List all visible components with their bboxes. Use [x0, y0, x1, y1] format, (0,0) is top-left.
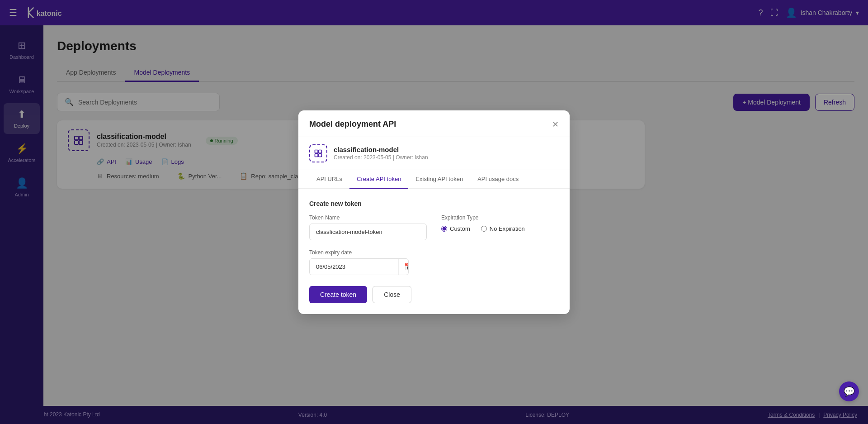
modal-model-details: classification-model Created on: 2023-05…	[334, 146, 428, 161]
radio-custom[interactable]: Custom	[441, 225, 470, 232]
svg-rect-5	[315, 150, 318, 153]
chat-widget[interactable]: 💬	[839, 381, 859, 401]
modal-section-title: Create new token	[309, 200, 559, 207]
modal: Model deployment API ✕ classification-mo…	[298, 110, 570, 314]
modal-model-info: classification-model Created on: 2023-05…	[298, 137, 570, 170]
modal-tab-existing-api-token[interactable]: Existing API token	[408, 170, 470, 189]
modal-tab-api-urls[interactable]: API URLs	[309, 170, 349, 189]
expiration-type-group: Expiration Type Custom No Expiration	[441, 214, 559, 240]
date-input-wrap: 📅	[309, 258, 409, 275]
modal-model-icon	[309, 144, 327, 162]
modal-body: Create new token Token Name Expiration T…	[298, 189, 570, 286]
expiration-radio-group: Custom No Expiration	[441, 225, 559, 232]
token-name-label: Token Name	[309, 214, 427, 221]
modal-footer: Create token Close	[298, 286, 570, 314]
token-expiry-input[interactable]	[310, 259, 398, 275]
token-form-row: Token Name Expiration Type Custom No Exp…	[309, 214, 559, 240]
token-expiry-label: Token expiry date	[309, 249, 409, 256]
radio-custom-label: Custom	[450, 225, 470, 232]
radio-no-expiration-label: No Expiration	[490, 225, 525, 232]
token-name-input[interactable]	[309, 224, 427, 240]
expiration-type-label: Expiration Type	[441, 214, 559, 221]
modal-overlay: Model deployment API ✕ classification-mo…	[0, 0, 868, 424]
radio-no-expiration[interactable]: No Expiration	[481, 225, 525, 232]
calendar-button[interactable]: 📅	[398, 259, 409, 275]
modal-tab-create-api-token[interactable]: Create API token	[349, 170, 408, 189]
close-button[interactable]: Close	[373, 286, 411, 303]
modal-header: Model deployment API ✕	[298, 110, 570, 137]
svg-rect-6	[319, 150, 322, 153]
radio-custom-input[interactable]	[441, 226, 447, 232]
modal-tab-api-usage-docs[interactable]: API usage docs	[470, 170, 526, 189]
svg-rect-7	[315, 153, 318, 157]
modal-tabs: API URLs Create API token Existing API t…	[298, 170, 570, 189]
create-token-button[interactable]: Create token	[309, 286, 367, 303]
radio-no-expiration-input[interactable]	[481, 226, 487, 232]
modal-model-name-label: classification-model	[334, 146, 428, 153]
modal-title: Model deployment API	[309, 119, 396, 129]
token-name-group: Token Name	[309, 214, 427, 240]
svg-rect-8	[319, 153, 322, 157]
modal-close-button[interactable]: ✕	[552, 119, 559, 129]
modal-model-meta-label: Created on: 2023-05-05 | Owner: Ishan	[334, 154, 428, 161]
token-expiry-group: Token expiry date 📅	[309, 249, 409, 275]
